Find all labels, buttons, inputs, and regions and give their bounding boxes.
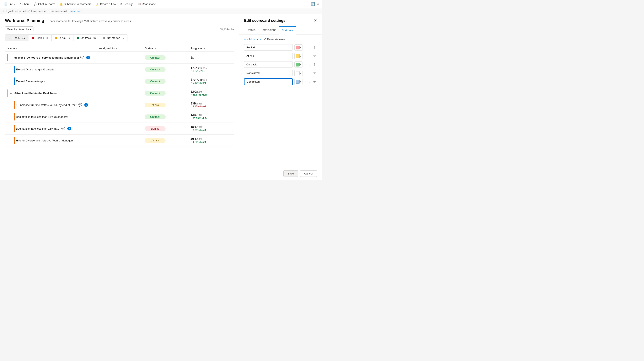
- move-up-button[interactable]: ↑: [304, 54, 308, 58]
- tab-statuses[interactable]: Statuses: [279, 26, 296, 34]
- cancel-button[interactable]: Cancel: [300, 170, 317, 177]
- delete-button[interactable]: 🗑: [312, 79, 317, 84]
- name-cell: Hire for Diverse and Inclusive Teams (Ma…: [5, 134, 96, 146]
- table-row: Bad attrition rate less than 15% (Manage…: [5, 111, 234, 123]
- tab-at-risk[interactable]: At risk 3: [52, 35, 74, 41]
- tab-permissions[interactable]: Permissions: [258, 26, 279, 34]
- save-button[interactable]: Save: [283, 170, 298, 177]
- subscribe-button[interactable]: 🔔 Subscribe to scorecard: [58, 2, 93, 6]
- progress-value: 5.00: [191, 90, 196, 93]
- color-picker-at-risk[interactable]: ▾: [294, 53, 302, 59]
- settings-button[interactable]: ⚙ Settings: [118, 2, 135, 6]
- chevron-down-icon: ▾: [300, 46, 301, 48]
- progress-cell: 49%/50% ↑ 4.26% MoM: [188, 134, 234, 146]
- on-track-dot: [77, 37, 79, 39]
- col-name[interactable]: Name ▾: [5, 45, 96, 52]
- progress-delta: ↑ 9.99% MoM: [191, 129, 232, 132]
- status-list: ▾ ↑ ↓ 🗑 ▾ ↑ ↓ 🗑: [239, 44, 322, 167]
- col-assigned[interactable]: Assigned to ▾: [96, 45, 142, 52]
- status-name-input[interactable]: [244, 53, 293, 59]
- status-name-input-editing[interactable]: [244, 78, 293, 85]
- status-name-input[interactable]: [244, 70, 293, 76]
- row-bar-orange: [14, 137, 15, 144]
- move-up-button[interactable]: ↑: [304, 79, 308, 84]
- row-bar-blue: [14, 66, 15, 73]
- share-button[interactable]: ↗ Share: [18, 2, 31, 6]
- move-up-button[interactable]: ↑: [304, 45, 308, 50]
- color-picker-behind[interactable]: ▾: [294, 44, 302, 51]
- close-button[interactable]: ✕: [314, 18, 317, 23]
- progress-cell: 2/2: [188, 52, 234, 64]
- expand-button[interactable]: ⌄: [9, 56, 13, 60]
- read-mode-button[interactable]: 📖 Read mode: [136, 2, 158, 6]
- status-item-completed: ▾ ↑ ↓ 🗑: [244, 78, 317, 85]
- status-name-input[interactable]: [244, 61, 293, 68]
- progress-value: 14%: [191, 114, 196, 117]
- filter-button[interactable]: 🔍 Filter by: [220, 28, 234, 31]
- info-icon: ℹ: [3, 10, 4, 13]
- progress-cell: 17.0%/14.6% ↑ 3.87% YTD: [188, 64, 234, 76]
- file-icon: 📄: [4, 2, 8, 6]
- color-picker-on-track[interactable]: ▾: [294, 62, 302, 68]
- delete-button[interactable]: 🗑: [312, 70, 317, 76]
- row-bar-blue: [14, 78, 15, 85]
- status-badge: On track: [145, 79, 166, 84]
- delete-button[interactable]: 🗑: [312, 62, 317, 67]
- refresh-icon[interactable]: 🔄: [311, 2, 315, 6]
- assigned-cell: [96, 111, 142, 123]
- assigned-cell: [96, 64, 142, 76]
- delete-button[interactable]: 🗑: [312, 45, 317, 50]
- expand-button[interactable]: ›: [16, 103, 18, 107]
- tab-goals[interactable]: ✓ Goals 15: [5, 35, 28, 41]
- color-picker-completed[interactable]: ▾: [294, 79, 302, 85]
- status-sort-icon: ▾: [154, 47, 156, 50]
- add-status-button[interactable]: + + Add status: [244, 38, 262, 41]
- create-flow-button[interactable]: ⚡ Create a flow: [94, 2, 118, 6]
- color-swatch: [296, 46, 300, 50]
- filter-row: Select a hierarchy ▾ 🔍 Filter by: [5, 26, 234, 32]
- status-item-at-risk: ▾ ↑ ↓ 🗑: [244, 53, 317, 59]
- table-row: Exceed Gross margin % targets On track 1…: [5, 64, 234, 76]
- star-icon[interactable]: ☆: [316, 2, 320, 6]
- goal-name: Hire for Diverse and Inclusive Teams (Ma…: [16, 139, 74, 142]
- move-down-button[interactable]: ↓: [308, 79, 312, 84]
- name-cell: Exceed Gross margin % targets: [5, 64, 96, 76]
- color-swatch: [296, 71, 300, 75]
- chat-in-teams-button[interactable]: 💬 Chat in Teams: [32, 2, 57, 6]
- goals-table-wrap: Name ▾ Assigned to ▾ Status ▾ Progress: [5, 45, 234, 146]
- progress-cell: $70.72M/$64. ↑ 9.51% MoM: [188, 76, 234, 87]
- subscribe-icon: 🔔: [60, 2, 63, 6]
- move-down-button[interactable]: ↓: [308, 54, 312, 58]
- hierarchy-select[interactable]: Select a hierarchy ▾: [5, 26, 34, 32]
- comment-icon: 💬: [80, 56, 84, 60]
- move-down-button[interactable]: ↓: [308, 70, 312, 76]
- status-name-input[interactable]: [244, 44, 293, 51]
- check-icon: ✓: [8, 36, 11, 40]
- tab-details[interactable]: Details: [244, 26, 258, 34]
- color-picker-not-started[interactable]: ▾: [294, 70, 302, 76]
- move-up-button[interactable]: ↑: [304, 70, 308, 76]
- goal-name: Exceed Gross margin % targets: [16, 68, 54, 71]
- expand-button[interactable]: ⌄: [9, 91, 13, 95]
- move-down-button[interactable]: ↓: [308, 62, 312, 67]
- share-now-link[interactable]: Share now.: [68, 10, 82, 13]
- tab-not-started[interactable]: Not started 0: [100, 35, 128, 41]
- tab-behind[interactable]: Behind 2: [28, 35, 52, 41]
- progress-delta: ↓ 3.17% MoM: [191, 105, 232, 108]
- delete-button[interactable]: 🗑: [312, 54, 317, 58]
- comment-icon: 💬: [78, 103, 82, 107]
- move-down-button[interactable]: ↓: [308, 45, 312, 50]
- status-cell: On track: [142, 111, 188, 123]
- table-body: ⌄ deliver 1700 hours of service annually…: [5, 52, 234, 146]
- move-up-button[interactable]: ↑: [304, 62, 308, 67]
- col-progress[interactable]: Progress ▾: [188, 45, 234, 52]
- toolbar: 📄 File ▾ ↗ Share 💬 Chat in Teams 🔔 Subsc…: [0, 0, 322, 8]
- at-risk-dot: [55, 37, 57, 39]
- col-status[interactable]: Status ▾: [142, 45, 188, 52]
- file-menu[interactable]: 📄 File ▾: [2, 2, 16, 6]
- tab-on-track[interactable]: On track 10: [74, 35, 100, 41]
- name-sort-icon: ▾: [16, 47, 18, 50]
- reset-statuses-button[interactable]: ↺ Reset statuses: [264, 38, 285, 41]
- goal-name: Attract and Retain the Best Talent: [14, 92, 58, 95]
- not-started-dot: [103, 37, 105, 39]
